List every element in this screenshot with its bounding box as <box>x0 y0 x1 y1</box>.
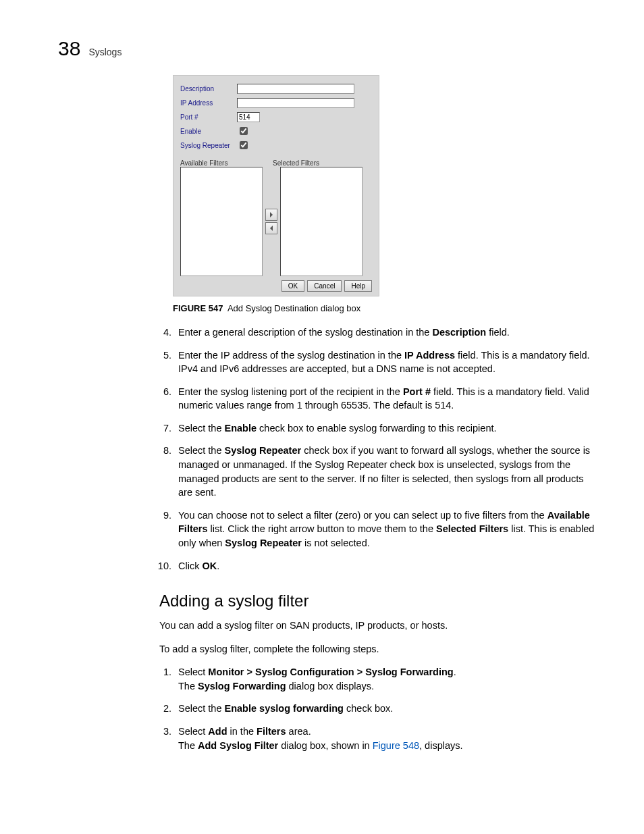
port-label: Port # <box>180 113 237 121</box>
ip-address-label: IP Address <box>180 99 237 107</box>
step-9: You can choose not to select a filter (z… <box>174 509 595 550</box>
available-filters-listbox[interactable] <box>180 167 263 276</box>
figure-548-link[interactable]: Figure 548 <box>373 740 419 751</box>
port-input[interactable] <box>237 112 260 122</box>
available-filters-label: Available Filters <box>180 159 227 167</box>
figure-number: FIGURE 547 <box>173 303 223 313</box>
intro-paragraph-2: To add a syslog filter, complete the fol… <box>159 642 595 656</box>
sec2-step-3: Select Add in the Filters area. The Add … <box>174 725 595 752</box>
selected-filters-listbox[interactable] <box>280 167 363 276</box>
figure-caption: FIGURE 547 Add Syslog Destination dialog… <box>173 303 595 313</box>
selected-filters-label: Selected Filters <box>273 159 319 167</box>
step-list-2: Select Monitor > Syslog Configuration > … <box>58 665 595 752</box>
step-4: Enter a general description of the syslo… <box>174 325 595 340</box>
chapter-number: 38 <box>58 37 80 60</box>
step-10: Click OK. <box>174 559 595 573</box>
enable-label: Enable <box>180 128 237 135</box>
enable-checkbox[interactable] <box>240 127 248 135</box>
intro-paragraph-1: You can add a syslog filter on SAN produ… <box>159 619 595 633</box>
syslog-repeater-checkbox[interactable] <box>240 141 248 149</box>
step-6: Enter the syslog listening port of the r… <box>174 385 595 413</box>
chevron-right-icon <box>269 212 274 217</box>
cancel-button[interactable]: Cancel <box>307 280 342 292</box>
description-label: Description <box>180 85 237 93</box>
step-7: Select the Enable check box to enable sy… <box>174 421 595 436</box>
move-right-button[interactable] <box>265 209 277 221</box>
move-left-button[interactable] <box>265 222 277 234</box>
chapter-title: Syslogs <box>88 47 122 57</box>
ok-button[interactable]: OK <box>281 280 304 292</box>
step-8: Select the Syslog Repeater check box if … <box>174 444 595 499</box>
section-heading: Adding a syslog filter <box>159 592 595 610</box>
ip-address-input[interactable] <box>237 98 354 108</box>
description-input[interactable] <box>237 84 354 94</box>
page-header: 38 Syslogs <box>58 37 595 60</box>
chevron-left-icon <box>269 226 274 231</box>
sec2-step-1: Select Monitor > Syslog Configuration > … <box>174 665 595 693</box>
help-button[interactable]: Help <box>344 280 372 292</box>
step-list: Enter a general description of the syslo… <box>58 325 595 573</box>
figure-caption-text: Add Syslog Destination dialog box <box>227 303 360 313</box>
syslog-repeater-label: Syslog Repeater <box>180 142 237 149</box>
add-syslog-destination-dialog: Description IP Address Port # Enable Sys… <box>173 75 379 296</box>
step-5: Enter the IP address of the syslog desti… <box>174 348 595 376</box>
sec2-step-2: Select the Enable syslog forwarding chec… <box>174 702 595 716</box>
